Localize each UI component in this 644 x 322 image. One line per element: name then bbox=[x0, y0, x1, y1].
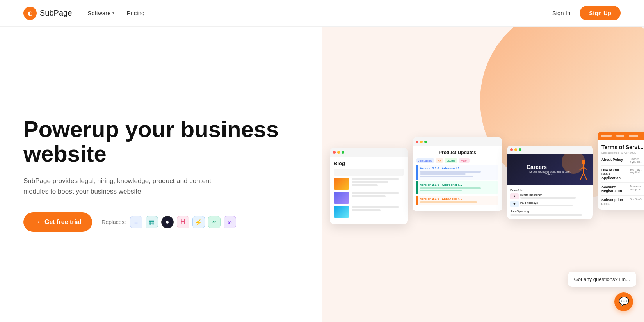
replaces-label: Replaces: bbox=[101, 219, 126, 225]
blog-line bbox=[352, 178, 399, 180]
nav-left: ◐ SubPage Software ▾ Pricing bbox=[23, 7, 144, 20]
blog-line bbox=[352, 206, 399, 208]
dot-red bbox=[510, 148, 513, 151]
logo-icon: ◐ bbox=[23, 7, 37, 20]
health-desc-line bbox=[520, 197, 576, 199]
terms-section-title-saas: Use of Our SaaS Application bbox=[601, 168, 626, 180]
terms-title: Terms of Servi... bbox=[601, 144, 644, 150]
nav-links: Software ▾ Pricing bbox=[87, 10, 144, 16]
update-line bbox=[420, 171, 481, 173]
logo[interactable]: ◐ SubPage bbox=[23, 7, 72, 20]
cat-pill-fix: Fix bbox=[436, 158, 443, 163]
svg-line-5 bbox=[584, 173, 587, 180]
dot-green bbox=[342, 151, 344, 154]
chevron-down-icon: ▾ bbox=[112, 11, 114, 15]
get-free-trial-button[interactable]: → Get free trial bbox=[23, 212, 92, 232]
blog-line bbox=[352, 181, 388, 183]
terms-section-text-fees: Our SaaS... bbox=[626, 198, 644, 206]
svg-line-4 bbox=[580, 173, 584, 180]
blog-thumb-2 bbox=[334, 192, 349, 204]
holidays-desc-line bbox=[520, 205, 573, 206]
dot-yellow bbox=[337, 151, 340, 154]
circle-icon: ● bbox=[161, 216, 174, 228]
terms-section-text-registration: To use ce...accept re... bbox=[626, 185, 644, 193]
holidays-label: Paid holidays bbox=[520, 201, 590, 204]
terms-section-title-policy: About Policy bbox=[601, 158, 626, 163]
hero-title: Powerup your business website bbox=[23, 117, 299, 167]
dot-red bbox=[416, 141, 418, 143]
update-line bbox=[420, 173, 466, 175]
blog-title: Blog bbox=[334, 160, 404, 166]
update-item-3: Version 2.0.0 - Enhanced n... bbox=[416, 196, 498, 205]
app-icons: ≡ ▦ ● H ⚡ ot ω bbox=[130, 216, 236, 228]
vine-icon: ω bbox=[224, 216, 236, 228]
blog-line bbox=[352, 184, 378, 186]
benefit-health: ♥ Health Insurance bbox=[510, 193, 590, 199]
update-version-2: Version 2.1.0 - Additional F... bbox=[420, 183, 496, 187]
blog-text-3 bbox=[352, 206, 404, 212]
benefit-holidays-text: Paid holidays bbox=[520, 201, 590, 206]
dot-yellow bbox=[514, 148, 517, 151]
health-icon: ♥ bbox=[510, 193, 519, 199]
update-line bbox=[420, 190, 462, 191]
update-item-2: Version 2.1.0 - Additional F... bbox=[416, 181, 498, 194]
terms-section-title-fees: Subscription Fees bbox=[601, 198, 626, 206]
blog-item-2 bbox=[334, 192, 404, 204]
updates-mockup-card: Product Updates All updates Fix Update M… bbox=[413, 137, 502, 211]
notion-icon: ≡ bbox=[130, 216, 142, 228]
svg-point-0 bbox=[582, 160, 585, 164]
terms-section-title-registration: Account Registration bbox=[601, 185, 626, 193]
hex-icon: H bbox=[177, 216, 189, 228]
terms-section-fees: Subscription Fees Our SaaS... bbox=[601, 198, 644, 206]
dot-yellow bbox=[420, 141, 423, 143]
signup-button[interactable]: Sign Up bbox=[580, 6, 621, 20]
blog-content: Blog bbox=[330, 157, 408, 224]
update-version-1: Version 3.0.0 - Advanced A... bbox=[420, 167, 496, 170]
blog-item-1 bbox=[334, 178, 404, 190]
hero-subtitle: SubPage provides legal, hiring, knowledg… bbox=[23, 176, 226, 197]
updates-title: Product Updates bbox=[416, 150, 498, 155]
careers-hero-text: Careers Let us together build the future… bbox=[527, 164, 573, 176]
dot-green bbox=[424, 141, 427, 143]
hero-cta-row: → Get free trial Replaces: ≡ ▦ ● H ⚡ ot … bbox=[23, 212, 299, 232]
svg-line-2 bbox=[580, 167, 584, 170]
replaces-row: Replaces: ≡ ▦ ● H ⚡ ot ω bbox=[101, 216, 236, 228]
terms-updated: Last updated: 3 Apr 2023 bbox=[601, 151, 644, 155]
nav-software[interactable]: Software ▾ bbox=[87, 10, 114, 16]
arrow-icon: → bbox=[34, 219, 41, 226]
update-line bbox=[420, 187, 481, 189]
terms-nav bbox=[598, 132, 644, 140]
slash-icon: ⚡ bbox=[192, 216, 205, 228]
dot-green bbox=[519, 148, 521, 151]
terms-section-registration: Account Registration To use ce...accept … bbox=[601, 185, 644, 196]
chat-bubble[interactable]: 💬 bbox=[614, 292, 633, 311]
signin-link[interactable]: Sign In bbox=[552, 10, 571, 16]
cat-pill-major: Major bbox=[459, 158, 470, 163]
terms-mockup-card: Terms of Servi... Last updated: 3 Apr 20… bbox=[598, 132, 644, 210]
careers-figure-icon bbox=[573, 158, 587, 185]
chat-icon: 💬 bbox=[619, 297, 629, 307]
dot-red bbox=[333, 151, 336, 154]
categories-row: All updates Fix Update Major bbox=[416, 158, 498, 163]
blog-text-2 bbox=[352, 192, 404, 198]
blog-item-3 bbox=[334, 206, 404, 218]
ot-icon: ot bbox=[208, 216, 221, 228]
nav-pricing[interactable]: Pricing bbox=[127, 10, 145, 16]
terms-section-policy: About Policy By acce...If you do... bbox=[601, 158, 644, 166]
blog-line bbox=[352, 209, 381, 211]
trello-icon: ▦ bbox=[146, 216, 158, 228]
careers-subtitle: Let us together build the future. Talen.… bbox=[527, 170, 573, 176]
job-opening-title: Job Opening... bbox=[510, 210, 590, 213]
svg-line-3 bbox=[584, 167, 587, 170]
update-version-3: Version 2.0.0 - Enhanced n... bbox=[420, 197, 496, 201]
benefit-health-text: Health Insurance bbox=[520, 194, 590, 199]
terms-nav-logo bbox=[601, 135, 612, 137]
navbar: ◐ SubPage Software ▾ Pricing Sign In Sig… bbox=[0, 0, 644, 27]
blog-search-bar bbox=[334, 169, 404, 176]
cat-pill-update: Update bbox=[445, 158, 457, 163]
blog-line bbox=[352, 195, 386, 197]
blog-line bbox=[352, 192, 399, 194]
health-label: Health Insurance bbox=[520, 194, 590, 196]
browser-bar bbox=[330, 148, 408, 157]
terms-content: Terms of Servi... Last updated: 3 Apr 20… bbox=[598, 140, 644, 210]
